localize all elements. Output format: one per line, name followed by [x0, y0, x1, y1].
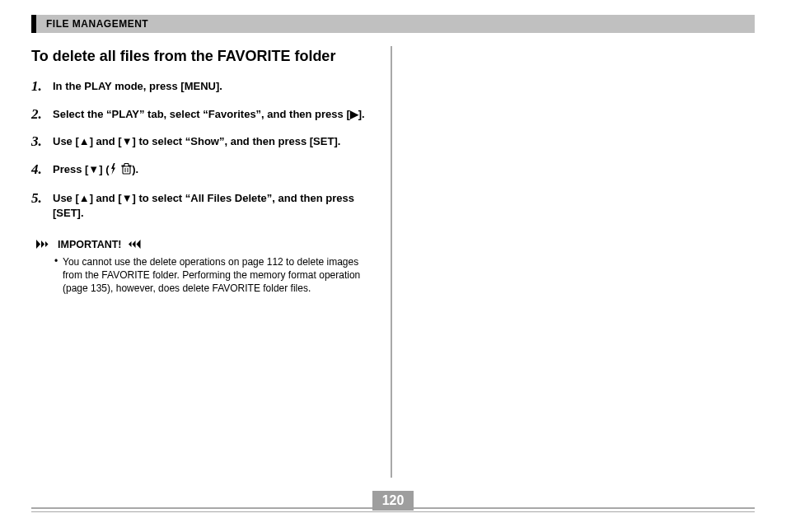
important-header: IMPORTANT!: [31, 239, 376, 250]
step-5: Use [▲] and [▼] to select “All Files Del…: [31, 191, 376, 220]
column-divider: [391, 46, 392, 478]
left-column: To delete all files from the FAVORITE fo…: [31, 43, 376, 295]
arrow-left-cluster-icon: [125, 240, 143, 249]
step-2: Select the “PLAY” tab, select “Favorites…: [31, 107, 376, 122]
step-1: In the PLAY mode, press [MENU].: [31, 79, 376, 94]
important-block: IMPORTANT! • You cannot use the delete o…: [31, 239, 376, 296]
section-header-text: FILE MANAGEMENT: [46, 18, 148, 30]
arrow-right-cluster-icon: [36, 240, 54, 249]
steps-list: In the PLAY mode, press [MENU]. Select t…: [31, 79, 376, 220]
page-footer: 120: [31, 486, 755, 509]
trash-icon: [121, 163, 132, 179]
important-label: IMPORTANT!: [58, 239, 122, 250]
bullet-icon: •: [54, 254, 58, 268]
flash-icon: [110, 163, 117, 179]
content-area: To delete all files from the FAVORITE fo…: [31, 43, 755, 479]
section-header: FILE MANAGEMENT: [31, 15, 755, 33]
important-body: • You cannot use the delete operations o…: [31, 250, 376, 296]
subsection-title: To delete all files from the FAVORITE fo…: [31, 46, 376, 66]
step-3: Use [▲] and [▼] to select “Show”, and th…: [31, 134, 376, 149]
step-4: Press [▼] ( ).: [31, 162, 376, 179]
footer-rule: 120: [31, 507, 755, 509]
page-number: 120: [372, 491, 414, 511]
